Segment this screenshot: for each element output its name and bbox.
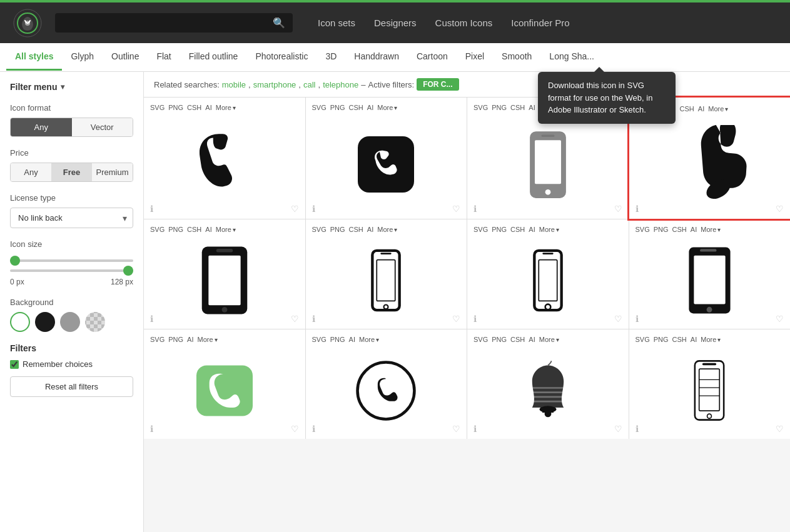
fmt-svg-1[interactable]: SVG [150,104,165,111]
icon-card-7[interactable]: SVG PNG CSH AI More ℹ ♡ [467,219,629,329]
tab-pixel[interactable]: Pixel [457,44,493,71]
tab-handdrawn[interactable]: Handdrawn [345,44,408,71]
fmt-png-1[interactable]: PNG [168,104,183,111]
more-btn-5[interactable]: More [216,226,236,233]
bg-checker-swatch[interactable] [85,312,105,332]
info-icon-5[interactable]: ℹ [150,314,153,324]
fmt-ai-3[interactable]: AI [529,104,535,111]
size-max-slider[interactable] [10,269,133,272]
format-any-btn[interactable]: Any [11,118,72,136]
info-icon-1[interactable]: ℹ [150,204,153,214]
info-icon-2[interactable]: ℹ [312,204,315,214]
fmt-svg-11[interactable]: SVG [473,336,488,343]
tab-glyph[interactable]: Glyph [62,44,103,71]
fmt-png-6[interactable]: PNG [330,226,345,233]
more-btn-12[interactable]: More [701,336,721,343]
icon-card-2[interactable]: SVG PNG CSH AI More ℹ ♡ [306,98,467,219]
info-icon-4[interactable]: ℹ [636,204,639,214]
more-btn-2[interactable]: More [377,104,397,111]
fmt-svg-7[interactable]: SVG [473,226,488,233]
fmt-ai-9[interactable]: AI [187,336,193,343]
format-vector-btn[interactable]: Vector [72,118,133,136]
heart-icon-7[interactable]: ♡ [614,314,622,324]
more-btn-4[interactable]: More [708,105,728,113]
tab-flat[interactable]: Flat [148,44,180,71]
tab-filled-outline[interactable]: Filled outline [180,44,247,71]
icon-card-10[interactable]: SVG PNG AI More ℹ ♡ [306,329,467,439]
price-premium-btn[interactable]: Premium [92,163,133,181]
nav-iconfinder-pro[interactable]: Iconfinder Pro [511,18,569,28]
logo[interactable] [13,8,43,38]
more-btn-9[interactable]: More [197,336,217,343]
fmt-svg-12[interactable]: SVG [636,336,650,343]
fmt-ai-1[interactable]: AI [205,104,211,111]
fmt-csh-7[interactable]: CSH [510,226,525,233]
fmt-svg-6[interactable]: SVG [312,226,327,233]
fmt-svg-9[interactable]: SVG [150,336,165,343]
info-icon-8[interactable]: ℹ [636,314,639,324]
nav-designers[interactable]: Designers [374,18,417,28]
more-btn-8[interactable]: More [701,226,721,233]
license-select[interactable]: No link back [10,208,133,228]
fmt-svg-2[interactable]: SVG [312,104,327,111]
tab-3d[interactable]: 3D [317,44,345,71]
price-any-btn[interactable]: Any [11,163,51,181]
heart-icon-12[interactable]: ♡ [776,424,784,434]
fmt-ai-4[interactable]: AI [698,105,704,113]
fmt-csh-5[interactable]: CSH [187,226,201,233]
fmt-csh-3[interactable]: CSH [510,104,525,111]
info-icon-6[interactable]: ℹ [312,314,315,324]
more-btn-6[interactable]: More [377,226,397,233]
icon-card-9[interactable]: SVG PNG AI More ℹ ♡ [144,329,305,439]
bg-white-swatch[interactable] [10,312,30,332]
search-icon[interactable]: 🔍 [273,17,285,29]
fmt-ai-2[interactable]: AI [367,104,373,111]
fmt-ai-5[interactable]: AI [205,226,211,233]
info-icon-10[interactable]: ℹ [312,424,315,434]
tab-cartoon[interactable]: Cartoon [408,44,457,71]
remember-choices-checkbox[interactable] [10,360,19,369]
heart-icon-2[interactable]: ♡ [452,204,460,214]
bg-black-swatch[interactable] [35,312,55,332]
tab-photorealistic[interactable]: Photorealistic [246,44,317,71]
heart-icon-9[interactable]: ♡ [291,424,299,434]
price-free-btn[interactable]: Free [51,163,92,181]
more-btn-1[interactable]: More [216,104,236,111]
fmt-ai-6[interactable]: AI [367,226,373,233]
fmt-csh-11[interactable]: CSH [510,336,525,343]
related-call[interactable]: call [303,80,316,89]
tab-outline[interactable]: Outline [103,44,148,71]
info-icon-3[interactable]: ℹ [473,204,477,214]
info-icon-12[interactable]: ℹ [636,424,639,434]
fmt-png-11[interactable]: PNG [492,336,507,343]
tab-all-styles[interactable]: All styles [6,44,62,71]
fmt-png-7[interactable]: PNG [492,226,507,233]
related-smartphone[interactable]: smartphone [253,80,296,89]
icon-card-12[interactable]: SVG PNG CSH AI More [629,329,791,439]
fmt-ai-8[interactable]: AI [691,226,697,233]
search-input[interactable]: phone [63,18,273,29]
fmt-svg-3[interactable]: SVG [473,104,488,111]
fmt-png-10[interactable]: PNG [330,336,345,343]
fmt-png-3[interactable]: PNG [492,104,507,111]
heart-icon-4[interactable]: ♡ [776,204,784,214]
fmt-ai-10[interactable]: AI [349,336,355,343]
fmt-svg-10[interactable]: SVG [312,336,327,343]
fmt-png-8[interactable]: PNG [654,226,669,233]
size-min-slider[interactable] [10,259,133,262]
fmt-csh-4[interactable]: CSH [680,105,694,113]
icon-card-6[interactable]: SVG PNG CSH AI More ℹ ♡ [306,219,467,329]
related-mobile[interactable]: mobile [222,80,246,89]
heart-icon-5[interactable]: ♡ [291,314,299,324]
fmt-csh-1[interactable]: CSH [187,104,201,111]
info-icon-11[interactable]: ℹ [473,424,477,434]
tab-smooth[interactable]: Smooth [493,44,540,71]
fmt-png-9[interactable]: PNG [168,336,183,343]
heart-icon-1[interactable]: ♡ [291,204,299,214]
nav-custom-icons[interactable]: Custom Icons [435,18,493,28]
more-btn-11[interactable]: More [539,336,559,343]
heart-icon-8[interactable]: ♡ [776,314,784,324]
fmt-ai-7[interactable]: AI [529,226,535,233]
icon-card-5[interactable]: SVG PNG CSH AI More ℹ ♡ [144,219,305,329]
bg-gray-swatch[interactable] [60,312,80,332]
